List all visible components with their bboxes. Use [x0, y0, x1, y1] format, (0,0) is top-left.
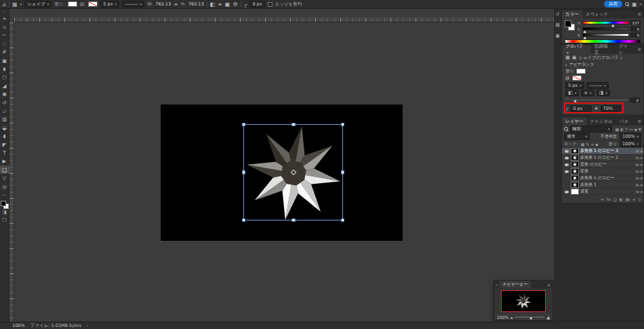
hand-tool[interactable]: ▽	[0, 174, 9, 182]
tool-mode-select[interactable]: シェイプ ▾	[24, 1, 52, 7]
layers-tab-0[interactable]: レイヤー	[562, 117, 586, 125]
stroke-align-select[interactable]: ◧ ▾	[565, 90, 579, 96]
width-field[interactable]: 763.13	[155, 1, 171, 7]
foreground-color-swatch[interactable]	[565, 20, 571, 27]
layer-style-icon[interactable]: fx	[607, 197, 611, 201]
layer-fx-badge[interactable]: fx ▾	[635, 190, 642, 194]
height-field[interactable]: 763.13	[188, 1, 204, 7]
lock-0-icon[interactable]: ▦	[580, 142, 584, 147]
stroke-swatch[interactable]	[88, 1, 98, 7]
layer-thumbnail[interactable]	[571, 189, 579, 195]
props-tab-1[interactable]: 色調補正	[591, 45, 616, 54]
history-brush-tool[interactable]: ↺	[0, 98, 9, 107]
navigator-zoom-value[interactable]: 100%	[497, 315, 508, 320]
layers-tab-1[interactable]: チャンネル	[586, 117, 616, 125]
section-chevron-icon[interactable]: ▾	[565, 63, 567, 67]
panel-color-swatches[interactable]	[565, 20, 575, 31]
fill-swatch[interactable]	[68, 1, 77, 7]
layer-visibility-toggle[interactable]	[563, 163, 569, 166]
selection-handle-se[interactable]	[341, 218, 344, 222]
shape-settings-gear-icon[interactable]: ⚙	[233, 1, 237, 8]
slider-handle[interactable]: ▲	[611, 24, 614, 26]
path-operations-icon[interactable]: ◧	[210, 1, 216, 8]
history-panel-icon[interactable]: ↺	[556, 12, 560, 17]
selection-handle-s[interactable]	[291, 218, 295, 222]
layer-row[interactable]: 背景fx ▾	[562, 189, 643, 195]
filter-pin-icon[interactable]: ◆	[639, 127, 641, 131]
comment-panel-icon[interactable]: ▤	[555, 22, 560, 28]
pen-tool[interactable]: ◤	[0, 140, 9, 149]
panel-menu-icon[interactable]: ≡	[545, 282, 552, 287]
layer-row[interactable]: 星形fx ▾	[562, 168, 643, 175]
stroke-cap-select[interactable]: ≡ ▾	[581, 90, 594, 96]
corner-slider-value[interactable]: 0	[630, 98, 640, 102]
stroke-width-select[interactable]: 5 px ▾	[100, 1, 119, 7]
layer-visibility-toggle[interactable]	[563, 157, 569, 159]
slider-handle[interactable]: ▲	[584, 37, 586, 39]
layer-row[interactable]: 多角形 1 のコピーfx ▾	[562, 175, 643, 182]
slider-handle[interactable]: ▲	[529, 315, 532, 320]
props-tab-2[interactable]: ブラシ	[615, 45, 635, 54]
canvas[interactable]	[161, 104, 403, 241]
slider-handle[interactable]: ▲	[573, 98, 576, 102]
lasso-tool[interactable]: ∽	[0, 31, 9, 39]
libraries-panel-icon[interactable]: ▣	[555, 33, 560, 39]
healing-brush-tool[interactable]: ○	[0, 73, 9, 81]
slider-track[interactable]: ▲	[582, 33, 629, 37]
layer-filter-select[interactable]: 種類 ▾	[569, 125, 612, 132]
blur-tool[interactable]: ◒	[0, 123, 9, 132]
layer-fx-badge[interactable]: fx ▾	[635, 163, 642, 167]
new-layer-icon[interactable]: +	[632, 197, 636, 201]
props-tab-0[interactable]: プロパティ	[562, 45, 591, 54]
status-zoom-field[interactable]: 100%	[12, 323, 25, 328]
status-chevron-icon[interactable]: ›	[87, 323, 89, 328]
gradient-tool[interactable]: ▥	[0, 115, 9, 123]
tab-navigator[interactable]: ナビゲーター	[500, 281, 531, 288]
lock-3-icon[interactable]: ▪	[595, 142, 598, 147]
selection-handle-n[interactable]	[291, 123, 295, 126]
link-dimensions-icon[interactable]: ∞	[174, 1, 178, 8]
dodge-tool[interactable]: ◖	[0, 132, 9, 140]
quick-mask-button[interactable]: ◨	[0, 209, 9, 216]
slider-value-field[interactable]: 0	[630, 33, 641, 37]
stroke-corner-select[interactable]: ◨ ▾	[597, 90, 610, 96]
navigator-zoom-slider[interactable]: ▲	[515, 317, 544, 317]
layer-visibility-toggle[interactable]	[563, 170, 569, 173]
layer-filter-1-icon[interactable]: ◐	[620, 127, 624, 132]
toolbar-grip[interactable]: »	[3, 9, 6, 14]
panel-menu-icon[interactable]: ≡	[635, 117, 643, 125]
panel-menu-icon[interactable]: ≡	[635, 45, 643, 54]
layers-tab-2[interactable]: パス	[616, 117, 632, 125]
tool-preset-icon[interactable]: ▦	[12, 1, 18, 8]
layer-visibility-toggle[interactable]	[563, 191, 569, 193]
layer-visibility-toggle[interactable]	[563, 150, 569, 153]
slider-value-field[interactable]: 0	[630, 26, 641, 31]
slider-handle[interactable]: ▲	[584, 31, 586, 33]
layer-row[interactable]: 多角形 1 のコピー 2fx ▾	[562, 155, 643, 161]
align-edges-checkbox[interactable]	[268, 2, 273, 7]
stroke-style-select[interactable]: ——— ▾	[586, 82, 609, 89]
layer-filter-4-icon[interactable]: ▪	[635, 127, 637, 132]
screen-mode-button[interactable]: ▢	[0, 216, 9, 224]
layer-thumbnail[interactable]	[571, 175, 579, 181]
object-selection-tool[interactable]: ◌	[0, 39, 9, 47]
frame-tool[interactable]: ▣	[0, 56, 9, 64]
move-tool[interactable]: +	[0, 14, 9, 22]
lock-2-icon[interactable]: +	[590, 142, 594, 147]
layer-filter-2-icon[interactable]: T	[625, 127, 628, 132]
new-group-icon[interactable]: ▤	[626, 197, 630, 201]
layer-fx-badge[interactable]: fx ▾	[635, 170, 642, 174]
layer-thumbnail[interactable]	[571, 182, 579, 188]
layer-row[interactable]: 多角形 1 のコピー 3fx ▾	[562, 148, 643, 155]
stroke-width-select[interactable]: 5 px ▾	[565, 82, 584, 89]
lock-1-icon[interactable]: ✎	[586, 142, 589, 147]
delete-layer-icon[interactable]: ▯	[639, 197, 641, 201]
layer-row[interactable]: 星形 のコピーfx ▾	[562, 161, 643, 168]
clone-stamp-tool[interactable]: ◉	[0, 90, 9, 98]
workspace-switcher-icon[interactable]: ▣	[632, 1, 637, 8]
color-tab-0[interactable]: カラー	[562, 10, 582, 18]
panel-menu-icon[interactable]: ≡	[635, 10, 643, 18]
selection-bounding-box[interactable]	[243, 124, 343, 220]
crop-tool[interactable]: #	[0, 48, 9, 56]
star-ratio-field[interactable]: 70%	[601, 105, 621, 112]
